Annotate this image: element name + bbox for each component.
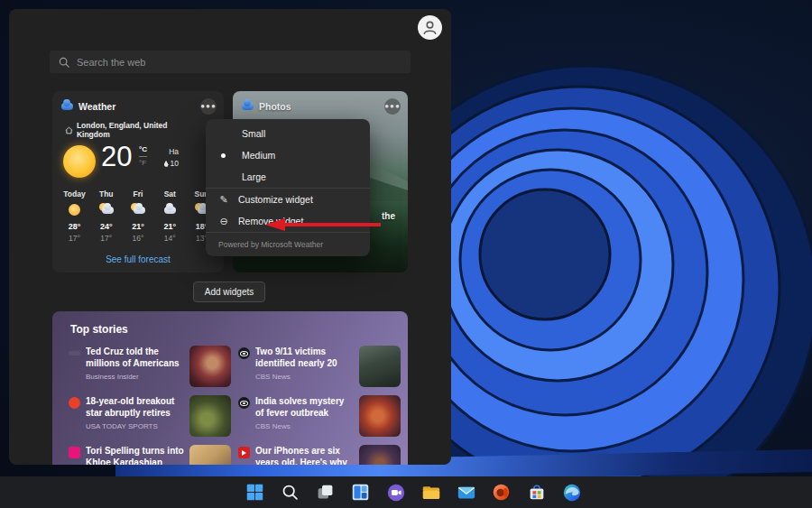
story-item[interactable]: Two 9/11 victims identified nearly 20 ye… [238,346,401,387]
top-stories-card: Top stories Ted Cruz told the millions o… [52,311,408,465]
story-thumbnail [359,346,401,387]
add-widgets-button[interactable]: Add widgets [193,282,265,302]
weather-widget-title: Weather [78,101,195,112]
unit-toggle[interactable]: °C °F [139,146,147,167]
task-view-icon [316,483,335,502]
menu-item-remove-widget[interactable]: ⊖ Remove widget [206,210,370,232]
weather-location-row[interactable]: London, England, United Kingdom ✎ [52,115,224,139]
task-view-button[interactable] [314,481,337,503]
photos-widget-title: Photos [259,101,379,112]
widgets-icon [351,483,370,502]
story-source: USA TODAY SPORTS [86,422,184,430]
search-icon [281,483,300,502]
mail-icon [457,483,476,503]
file-explorer-icon [421,483,441,503]
cbs-news-icon [238,347,250,359]
story-thumbnail [359,395,401,437]
e-news-icon [69,447,80,458]
story-item[interactable]: India solves mystery of fever outbreak c… [238,395,401,437]
story-item[interactable]: 18-year-old breakout star abruptly retir… [69,395,231,437]
widgets-panel: Search the web Weather ●●● London, Engla… [9,9,451,465]
remove-circle-icon: ⊖ [217,217,230,226]
story-headline: India solves mystery of fever outbreak c… [255,395,354,420]
humidity-drop-icon [164,161,169,167]
fahrenheit-option[interactable]: °F [139,160,147,167]
weather-location-text: London, England, United Kingdom [77,121,202,139]
search-icon [59,57,69,68]
start-button[interactable] [244,481,266,503]
photos-more-options-button[interactable]: ●●● [384,98,401,115]
weather-current: 20 °C °F Ha 10 [52,141,224,182]
story-source: CBS News [255,422,354,430]
widget-context-menu: Small Medium Large ✎ Customize widget ⊖ … [206,119,370,256]
story-headline: 18-year-old breakout star abruptly retir… [86,395,184,420]
story-item[interactable]: Tori Spelling turns into Khloe Kardashia… [69,445,231,465]
taskbar [0,476,812,508]
forecast-day[interactable]: Sat 21° 14° [155,189,185,243]
edge-button[interactable] [560,481,583,503]
home-icon [65,126,73,134]
see-full-forecast-link[interactable]: See full forecast [52,254,224,264]
search-taskbar-button[interactable] [279,481,301,503]
microsoft-store-icon [527,483,547,503]
photo-caption-fragment: the [382,211,395,221]
teams-chat-icon [386,483,406,503]
profile-avatar-button[interactable] [418,15,442,40]
cloudy-icon [155,203,185,217]
story-headline: Ted Cruz told the millions of Americans … [86,346,184,370]
microsoft-store-button[interactable] [525,481,548,503]
story-item[interactable]: Our iPhones are six years old. Here's wh… [238,445,401,465]
weather-cloud-icon [61,103,73,110]
edge-icon [562,483,582,503]
story-thumbnail [189,346,231,387]
menu-item-medium[interactable]: Medium [206,144,370,166]
business-insider-icon [69,351,80,356]
story-thumbnail [189,395,231,437]
desktop: Search the web Weather ●●● London, Engla… [0,0,812,508]
widgets-button[interactable] [349,481,372,503]
forecast-day[interactable]: Thu 24° 17° [91,189,121,243]
search-bar[interactable]: Search the web [50,51,411,73]
powered-by-text: Powered by Microsoft Weather [206,233,370,249]
forecast-row: Today 28° 17° Thu 24° 17° Fri 21° 16° [52,182,224,243]
story-thumbnail [359,445,401,465]
video-source-icon [238,447,250,458]
forecast-day[interactable]: Today 28° 17° [60,189,89,243]
celsius-option[interactable]: °C [139,146,147,157]
humidity-value: 10 [171,158,179,170]
file-explorer-button[interactable] [420,481,442,503]
search-placeholder: Search the web [77,57,145,68]
menu-item-small[interactable]: Small [206,123,370,144]
current-temperature: 20 [101,141,132,173]
story-headline: Our iPhones are six years old. Here's wh… [255,445,354,465]
weather-widget[interactable]: Weather ●●● London, England, United King… [52,91,224,272]
windows-start-icon [245,483,264,502]
weather-details: Ha 10 [164,146,179,170]
story-item[interactable]: Ted Cruz told the millions of Americans … [69,346,231,387]
menu-item-large[interactable]: Large [206,166,370,188]
chat-button[interactable] [384,481,407,503]
mail-button[interactable] [455,481,477,503]
pencil-icon: ✎ [217,195,230,205]
story-headline: Tori Spelling turns into Khloe Kardashia… [86,445,184,465]
office-icon [492,483,511,502]
forecast-day[interactable]: Fri 21° 16° [124,189,153,243]
cbs-news-icon [238,397,250,409]
sunny-icon [60,203,89,217]
selected-radio-dot [221,153,226,158]
usa-today-icon [69,397,80,409]
partly-cloudy-icon [91,203,121,217]
condition-text: Ha [164,146,179,158]
photos-cloud-icon [242,103,254,110]
weather-more-options-button[interactable]: ●●● [200,98,217,115]
story-source: CBS News [255,373,354,381]
sunny-icon [63,145,96,178]
menu-item-customize-widget[interactable]: ✎ Customize widget [206,189,370,210]
story-source: Business Insider [86,373,184,381]
office-button[interactable] [490,481,512,503]
story-headline: Two 9/11 victims identified nearly 20 ye… [255,346,354,370]
top-stories-title: Top stories [70,323,128,336]
person-icon [420,17,440,38]
partly-cloudy-icon [124,203,153,217]
story-thumbnail [189,445,231,465]
